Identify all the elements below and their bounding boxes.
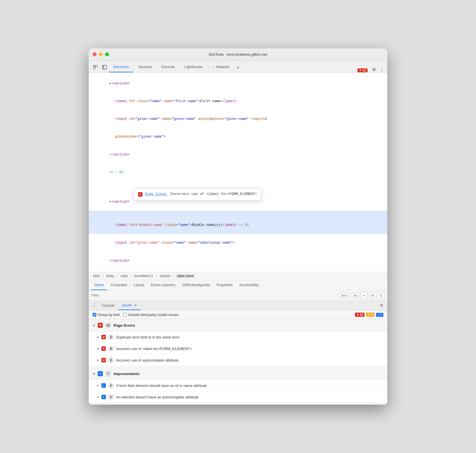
cls-button[interactable]: .cls — [350, 293, 359, 298]
dom-line-8[interactable]: ··· <label for="middle-name" class="name… — [89, 211, 387, 234]
add-style-button[interactable]: + — [361, 292, 368, 299]
collapse-arrow[interactable]: ▼ — [109, 82, 111, 85]
page-errors-label: Page Errors — [114, 323, 135, 328]
error-badge: ✕ 12 — [355, 313, 364, 317]
dom-line-10[interactable]: </section> — [89, 252, 387, 270]
issue-icon-blue-2: ≡ — [101, 395, 106, 399]
selector-icon[interactable] — [91, 62, 100, 72]
bottom-tab-console[interactable]: Console — [98, 301, 118, 310]
dom-line-9[interactable]: <input id="given-name" class="name" name… — [89, 234, 387, 252]
dom-viewer: ▼<section> <label for class="name" name=… — [89, 73, 387, 272]
dom-line-5[interactable]: </section> — [89, 146, 387, 163]
info-badge: ≡ 7 — [376, 313, 383, 317]
layout-button[interactable]: ⊡ — [378, 292, 384, 299]
improvements-arrow: ▼ — [93, 372, 95, 375]
copy-style-button[interactable]: ⧉ — [369, 292, 376, 299]
dom-line-3[interactable]: <input id="given-name" name="given-name"… — [89, 110, 387, 128]
filter-input[interactable] — [92, 293, 339, 297]
tab-accessibility[interactable]: Accessibility — [236, 281, 262, 290]
panel-tabs: Styles Computed Layout Event Listeners D… — [89, 280, 387, 290]
bottom-tab-issues[interactable]: Issues ✕ — [119, 301, 141, 310]
issue-incorrect-label[interactable]: ▶ ✕ 8 Incorrect use of <label for=FORM_E… — [89, 343, 387, 355]
breadcrumb-bar: html › body › main › form#form-1 › secti… — [89, 272, 387, 280]
drawer-menu-button[interactable]: ⋮ — [91, 303, 98, 308]
filter-bar: :hov .cls + ⧉ ⊡ — [89, 290, 387, 301]
breadcrumb-html[interactable]: html — [92, 274, 101, 278]
svg-rect-0 — [94, 65, 95, 67]
main-tabbar: Elements Sources Console Lighthouse ⚠ Ne… — [89, 61, 387, 73]
tooltip-error-icon: ✕ — [138, 192, 143, 197]
third-party-checkbox[interactable] — [123, 313, 127, 317]
breadcrumb-main[interactable]: main — [119, 274, 129, 278]
issue-label: Duplicate form field id in the same form — [116, 335, 179, 339]
traffic-lights — [93, 52, 109, 56]
tab-styles[interactable]: Styles — [91, 281, 107, 290]
tab-event-listeners[interactable]: Event Listeners — [148, 281, 179, 290]
issue-num-3: 2 — [108, 357, 114, 363]
issue-icon-red: ✕ — [101, 335, 106, 339]
more-options-button[interactable]: ⋮ — [378, 67, 385, 72]
tab-network[interactable]: ⚠ Network — [207, 62, 234, 72]
more-tabs-button[interactable]: » — [235, 62, 242, 72]
tab-properties[interactable]: Properties — [213, 281, 236, 290]
page-errors-arrow: ▼ — [93, 324, 95, 327]
page-errors-header[interactable]: ▼ ✕ 12 Page Errors — [89, 319, 387, 331]
issue-incorrect-autocomplete[interactable]: ▶ ✕ 2 Incorrect use of autocomplete attr… — [89, 355, 387, 366]
tab-console[interactable]: Console — [157, 62, 179, 72]
page-errors-count: 12 — [105, 322, 111, 328]
close-button[interactable] — [93, 52, 97, 56]
breadcrumb-label[interactable]: label.name — [176, 274, 195, 278]
svg-rect-2 — [94, 68, 95, 69]
issue-num-4: 2 — [108, 383, 114, 388]
minimize-button[interactable] — [99, 52, 103, 56]
collapse-arrow-2[interactable]: ▼ — [109, 200, 111, 203]
bottom-panel-tabs: ⋮ Console Issues ✕ ✕ — [89, 301, 387, 310]
tooltip-body: Incorrect use of <label for=FORM_ELEMENT… — [170, 191, 257, 197]
breadcrumb-section[interactable]: section — [159, 274, 172, 278]
issue-label-2: Incorrect use of <label for=FORM_ELEMENT… — [116, 347, 192, 351]
breadcrumb-form[interactable]: form#form-1 — [134, 274, 154, 278]
issue-arrow-4: ▶ — [97, 384, 99, 387]
bottom-panel: ⋮ Console Issues ✕ ✕ Group by kind Inclu… — [89, 301, 387, 403]
dom-line-4[interactable]: placeholder="given name"> — [89, 128, 387, 146]
error-x-icon: ✕ — [359, 69, 361, 72]
close-issues-tab[interactable]: ✕ — [134, 303, 137, 308]
dom-line-6[interactable]: <!-- Fo ✕ View issue: Incorrect use of <… — [89, 163, 387, 193]
dom-line-2[interactable]: <label for class="name" name="first-name… — [89, 93, 387, 110]
dom-line-1[interactable]: ▼<section> — [89, 75, 387, 93]
tab-lighthouse[interactable]: Lighthouse — [180, 62, 207, 72]
issue-form-field-id[interactable]: ▶ ≡ 2 A form field element should have a… — [89, 380, 387, 391]
issue-label-4: A form field element should have an id o… — [116, 384, 207, 388]
issue-label-5: An element doesn't have an autocomplete … — [116, 395, 199, 399]
warning-icon: ⚠ — [212, 65, 215, 69]
tab-elements[interactable]: Elements — [109, 62, 133, 72]
maximize-button[interactable] — [105, 52, 109, 56]
hov-button[interactable]: :hov — [339, 293, 349, 298]
third-party-group: Include third-party cookie issues — [123, 313, 179, 317]
issue-num-2: 8 — [108, 346, 114, 351]
issue-arrow-5: ▶ — [97, 396, 99, 398]
tab-computed[interactable]: Computed — [107, 281, 130, 290]
issue-icon-red-2: ✕ — [101, 346, 106, 351]
error-count-badge[interactable]: ✕ 12 — [357, 68, 368, 72]
third-party-label: Include third-party cookie issues — [128, 313, 179, 317]
window-title: DevTools - form-problems.glitch.me/ — [209, 52, 267, 57]
tab-layout[interactable]: Layout — [130, 281, 148, 290]
close-panel-button[interactable]: ✕ — [378, 303, 385, 308]
improvements-icon: ≡ — [98, 371, 103, 376]
settings-button[interactable]: ⚙ — [370, 67, 378, 72]
breadcrumb-body[interactable]: body — [105, 274, 115, 278]
issue-no-autocomplete[interactable]: ▶ ≡ 1 An element doesn't have an autocom… — [89, 391, 387, 403]
view-issue-link[interactable]: View issue: — [145, 191, 168, 197]
group-by-kind-checkbox[interactable] — [93, 313, 96, 317]
devtools-window: DevTools - form-problems.glitch.me/ Elem… — [89, 48, 387, 405]
titlebar: DevTools - form-problems.glitch.me/ — [89, 48, 387, 61]
tab-sources[interactable]: Sources — [134, 62, 156, 72]
inspect-icon[interactable] — [100, 62, 109, 72]
improvements-header[interactable]: ▼ ≡ 7 Improvements — [89, 368, 387, 380]
issue-label-3: Incorrect use of autocomplete attribute — [116, 358, 179, 362]
issue-arrow-3: ▶ — [97, 359, 99, 362]
svg-rect-3 — [103, 65, 106, 69]
tab-dom-breakpoints[interactable]: DOM Breakpoints — [179, 281, 213, 290]
issue-dup-form-field[interactable]: ▶ ✕ 2 Duplicate form field id in the sam… — [89, 331, 387, 343]
